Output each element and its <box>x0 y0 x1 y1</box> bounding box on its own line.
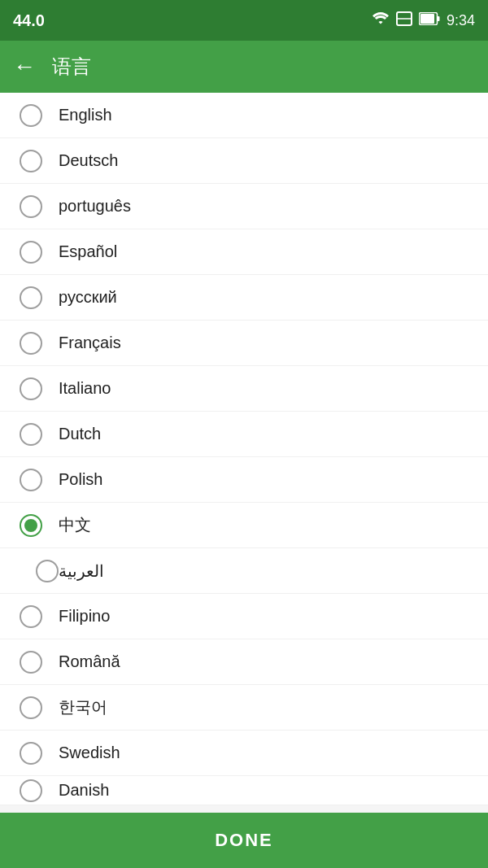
language-item-swedish[interactable]: Swedish <box>0 731 488 776</box>
language-label-korean: 한국어 <box>59 696 107 718</box>
radio-portugues <box>20 195 42 218</box>
language-item-chinese[interactable]: 中文 <box>0 503 488 548</box>
language-item-dutch[interactable]: Dutch <box>0 412 488 457</box>
language-label-espanol: Español <box>59 242 117 261</box>
radio-espanol <box>20 241 42 264</box>
radio-filipino <box>20 605 42 628</box>
radio-polish <box>20 469 42 491</box>
app-bar: ← 语言 <box>0 41 488 93</box>
language-label-romana: Română <box>59 652 120 671</box>
radio-arabic <box>36 560 59 582</box>
radio-chinese <box>20 514 42 537</box>
language-item-english[interactable]: English <box>0 93 488 138</box>
back-button[interactable]: ← <box>13 54 36 80</box>
language-item-espanol[interactable]: Español <box>0 229 488 275</box>
language-item-korean[interactable]: 한국어 <box>0 685 488 731</box>
language-label-deutsch: Deutsch <box>59 151 118 170</box>
language-label-swedish: Swedish <box>59 744 120 762</box>
radio-russian <box>20 286 42 309</box>
app-bar-title: 语言 <box>52 54 91 80</box>
status-icons: 9:34 <box>372 11 475 29</box>
radio-english <box>20 104 42 127</box>
language-label-dutch: Dutch <box>59 425 101 443</box>
language-label-english: English <box>59 106 112 124</box>
language-item-filipino[interactable]: Filipino <box>0 594 488 639</box>
radio-romana <box>20 651 42 674</box>
time-display: 9:34 <box>447 12 475 29</box>
language-item-deutsch[interactable]: Deutsch <box>0 138 488 184</box>
svg-rect-3 <box>437 16 439 21</box>
language-label-polish: Polish <box>59 470 102 489</box>
language-item-danish[interactable]: Danish <box>0 776 488 805</box>
signal-icon <box>396 11 412 29</box>
language-item-romana[interactable]: Română <box>0 639 488 685</box>
radio-francais <box>20 332 42 355</box>
language-item-francais[interactable]: Français <box>0 321 488 366</box>
language-list: EnglishDeutschportuguêsEspañolрусскийFra… <box>0 93 488 805</box>
radio-korean <box>20 696 42 719</box>
svg-rect-4 <box>420 14 434 24</box>
radio-swedish <box>20 742 42 765</box>
language-label-filipino: Filipino <box>59 607 110 626</box>
language-label-francais: Français <box>59 334 121 352</box>
language-label-danish: Danish <box>59 781 109 800</box>
language-label-chinese: 中文 <box>59 514 91 536</box>
wifi-icon <box>372 11 390 29</box>
language-item-arabic[interactable]: العربية <box>0 548 488 594</box>
language-item-portugues[interactable]: português <box>0 184 488 229</box>
radio-italiano <box>20 377 42 400</box>
language-item-italiano[interactable]: Italiano <box>0 366 488 412</box>
radio-deutsch <box>20 150 42 172</box>
done-button[interactable]: DONE <box>0 813 488 868</box>
status-bar: 44.0 9:34 <box>0 0 488 41</box>
battery-icon <box>419 12 440 28</box>
language-item-russian[interactable]: русский <box>0 275 488 321</box>
language-label-arabic: العربية <box>59 561 104 581</box>
language-content: EnglishDeutschportuguêsEspañolрусскийFra… <box>0 93 488 813</box>
language-label-russian: русский <box>59 288 117 307</box>
language-label-portugues: português <box>59 197 131 216</box>
radio-danish <box>20 779 42 802</box>
language-label-italiano: Italiano <box>59 379 111 398</box>
signal-strength: 44.0 <box>13 11 45 30</box>
language-item-polish[interactable]: Polish <box>0 457 488 503</box>
radio-dutch <box>20 423 42 446</box>
